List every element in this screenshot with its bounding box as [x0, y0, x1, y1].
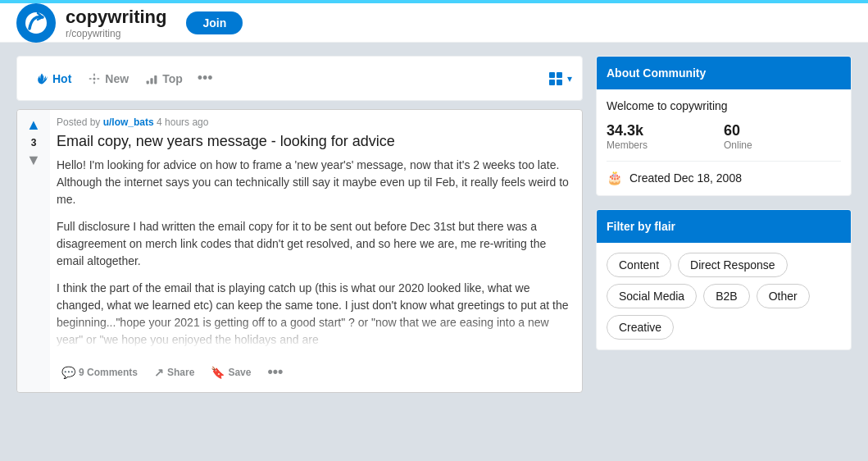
svg-rect-5 [89, 78, 92, 80]
top-icon [145, 72, 158, 85]
sort-top[interactable]: Top [137, 66, 191, 92]
online-count: 60 [724, 122, 841, 139]
svg-rect-11 [557, 72, 562, 78]
subreddit-logo [16, 3, 56, 43]
about-community-card: About Community Welcome to copywriting 3… [596, 56, 852, 196]
share-button[interactable]: ↗ Share [149, 361, 199, 384]
right-column: About Community Welcome to copywriting 3… [596, 56, 852, 393]
view-toggle[interactable]: ▾ [548, 71, 572, 87]
members-label: Members [607, 139, 724, 151]
flair-pill[interactable]: Other [757, 284, 810, 308]
stats-row: 34.3k Members 60 Online [607, 122, 841, 151]
svg-rect-9 [154, 75, 157, 84]
svg-rect-10 [549, 72, 555, 78]
post-body-area: Posted by u/low_bats 4 hours ago Email c… [50, 110, 582, 392]
members-count: 34.3k [607, 122, 724, 139]
post-meta: Posted by u/low_bats 4 hours ago [57, 116, 575, 128]
view-icon [548, 71, 564, 87]
post-actions: 💬 9 Comments ↗ Share 🔖 Save ••• [57, 358, 575, 386]
share-label: Share [167, 367, 194, 378]
chevron-down-icon: ▾ [567, 73, 572, 84]
sort-hot-label: Hot [52, 72, 71, 85]
flair-pill[interactable]: Content [607, 253, 671, 277]
online-stat: 60 Online [724, 122, 841, 151]
upvote-button[interactable]: ▲ [26, 116, 41, 134]
save-label: Save [228, 367, 251, 378]
post-card: ▲ 3 ▼ Posted by u/low_bats 4 hours ago E… [16, 109, 583, 393]
sort-new[interactable]: New [80, 66, 137, 92]
svg-rect-7 [147, 80, 149, 84]
svg-rect-4 [94, 81, 96, 84]
cake-icon: 🎂 [607, 170, 623, 185]
flair-pill[interactable]: B2B [703, 284, 749, 308]
svg-rect-13 [557, 80, 562, 85]
created-row: 🎂 Created Dec 18, 2008 [607, 170, 841, 185]
about-community-header: About Community [597, 57, 851, 89]
divider [607, 161, 841, 162]
left-column: Hot New Top ••• [16, 56, 583, 393]
comments-label: 9 Comments [79, 367, 138, 378]
main-layout: Hot New Top ••• [0, 43, 868, 406]
svg-point-2 [93, 77, 96, 80]
sort-hot[interactable]: Hot [27, 66, 80, 92]
post-author-link[interactable]: u/low_bats [103, 116, 154, 128]
more-actions-button[interactable]: ••• [262, 358, 288, 386]
post-text: Hello! I'm looking for advice on how to … [57, 157, 575, 349]
svg-point-1 [25, 12, 47, 34]
online-label: Online [724, 139, 841, 151]
join-button[interactable]: Join [186, 11, 243, 34]
share-icon: ↗ [154, 366, 164, 379]
svg-rect-3 [94, 73, 96, 75]
vote-count: 3 [31, 137, 37, 148]
filter-flair-card: Filter by flair ContentDirect ResponseSo… [596, 209, 852, 350]
flair-pill[interactable]: Creative [607, 315, 674, 340]
svg-rect-6 [98, 78, 100, 80]
subreddit-name: copywriting [66, 7, 166, 28]
flair-pill[interactable]: Direct Response [678, 253, 788, 277]
save-icon: 🔖 [211, 366, 225, 379]
post-paragraph-1: Hello! I'm looking for advice on how to … [57, 157, 575, 208]
post-paragraph-2: Full disclosure I had written the email … [57, 218, 575, 270]
hot-icon [35, 72, 48, 85]
filter-flair-header: Filter by flair [597, 210, 851, 243]
subreddit-sub: r/copywriting [66, 28, 166, 39]
svg-rect-12 [549, 80, 555, 85]
post-title: Email copy, new years message - looking … [57, 133, 575, 150]
new-icon [88, 72, 101, 85]
about-community-body: Welcome to copywriting 34.3k Members 60 … [597, 89, 851, 195]
post-paragraph-3: I think the part of the email that is pl… [57, 280, 575, 349]
header: copywriting r/copywriting Join [0, 3, 868, 43]
flair-list: ContentDirect ResponseSocial MediaB2BOth… [597, 243, 851, 349]
comments-icon: 💬 [61, 366, 75, 379]
flair-pill[interactable]: Social Media [607, 284, 697, 308]
downvote-button[interactable]: ▼ [26, 152, 41, 169]
svg-rect-8 [151, 78, 153, 84]
sort-bar: Hot New Top ••• [16, 56, 583, 101]
vote-column: ▲ 3 ▼ [17, 110, 50, 392]
members-stat: 34.3k Members [607, 122, 724, 151]
sort-new-label: New [105, 72, 129, 85]
about-welcome-text: Welcome to copywriting [607, 99, 841, 112]
post-time: 4 hours ago [157, 116, 208, 128]
save-button[interactable]: 🔖 Save [206, 361, 256, 384]
comments-button[interactable]: 💬 9 Comments [57, 361, 143, 384]
sort-more-button[interactable]: ••• [191, 63, 220, 94]
sort-top-label: Top [162, 72, 183, 85]
created-text: Created Dec 18, 2008 [629, 171, 742, 185]
